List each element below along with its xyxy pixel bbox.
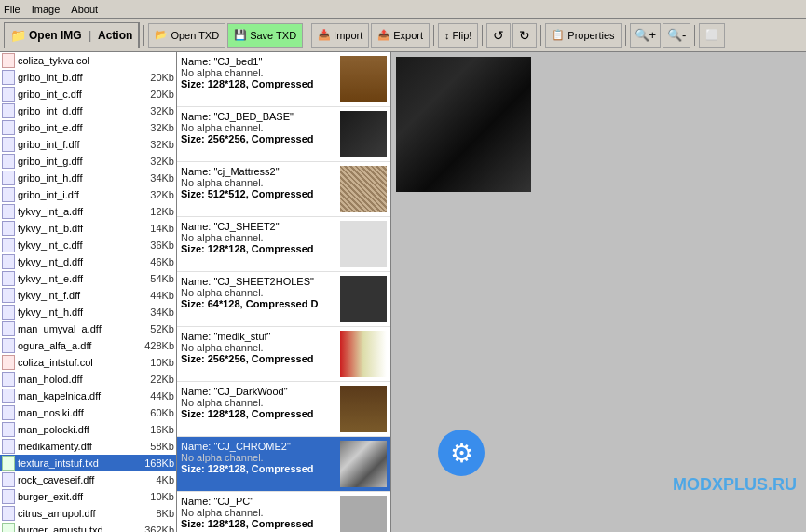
file-name: medikamenty.dff <box>18 441 146 452</box>
file-list: coliza_tykva.col gribo_int_b.dff 20Kb gr… <box>0 52 176 532</box>
flip-button[interactable]: ↕ Flip! <box>438 23 478 48</box>
texture-list-item[interactable]: Name: "medik_stuf" No alpha channel. Siz… <box>177 327 390 382</box>
file-type-icon <box>2 506 15 521</box>
file-list-item[interactable]: burger_amustu.txd 362Kb <box>0 522 176 532</box>
texture-name: Name: "CJ_BED_BASE" <box>181 111 336 122</box>
menu-about[interactable]: About <box>71 4 98 15</box>
file-list-item[interactable]: medikamenty.dff 58Kb <box>0 438 176 455</box>
texture-thumbnail <box>340 56 387 102</box>
file-type-icon <box>2 338 15 353</box>
texture-alpha: No alpha channel. <box>181 232 336 243</box>
file-list-item[interactable]: gribo_int_h.dff 34Kb <box>0 170 176 186</box>
texture-size: Size: 128*128, Compressed <box>181 518 336 529</box>
file-list-item[interactable]: man_nosiki.dff 60Kb <box>0 404 176 421</box>
file-name: citrus_amupol.dff <box>18 508 152 519</box>
texture-thumbnail <box>340 166 387 212</box>
texture-list-item[interactable]: Name: "CJ_SHEET2" No alpha channel. Size… <box>177 217 390 272</box>
open-img-action-button[interactable]: 📁 Open IMG | Action <box>4 22 140 48</box>
file-size: 362Kb <box>144 525 174 532</box>
texture-list-item[interactable]: Name: "CJ_SHEET2HOLES" No alpha channel.… <box>177 272 390 327</box>
save-txd-label: Save TXD <box>250 30 296 41</box>
file-list-item[interactable]: gribo_int_g.dff 32Kb <box>0 153 176 170</box>
toolbar-sep-2 <box>307 25 307 46</box>
file-name: gribo_int_f.dff <box>18 139 146 150</box>
file-list-item[interactable]: tykvy_int_c.dff 36Kb <box>0 237 176 253</box>
texture-alpha: No alpha channel. <box>181 452 336 463</box>
zoom-in-button[interactable]: 🔍+ <box>630 23 662 48</box>
file-list-item[interactable]: tykvy_int_b.dff 14Kb <box>0 220 176 237</box>
file-name: tykvy_int_h.dff <box>18 307 146 318</box>
file-list-item[interactable]: coliza_tykva.col <box>0 52 176 69</box>
zoom-out-button[interactable]: 🔍- <box>663 23 690 48</box>
import-label: Import <box>334 30 362 41</box>
file-type-icon <box>2 238 15 252</box>
file-list-item[interactable]: gribo_int_i.dff 32Kb <box>0 186 176 203</box>
menu-image[interactable]: Image <box>32 4 61 15</box>
rotate-right-button[interactable]: ↻ <box>512 23 537 48</box>
preview-image <box>396 57 531 192</box>
texture-alpha: No alpha channel. <box>181 122 336 133</box>
properties-icon: 📋 <box>552 29 565 41</box>
file-list-item[interactable]: man_holod.dff 22Kb <box>0 371 176 388</box>
file-list-item[interactable]: ogura_alfa_a.dff 428Kb <box>0 337 176 354</box>
file-list-item[interactable]: tykvy_int_f.dff 44Kb <box>0 287 176 304</box>
file-list-item[interactable]: gribo_int_b.dff 20Kb <box>0 69 176 86</box>
toolbar-sep-3 <box>433 25 434 46</box>
file-list-item[interactable]: gribo_int_e.dff 32Kb <box>0 119 176 136</box>
texture-name: Name: "CJ_bed1" <box>181 56 336 67</box>
texture-list-item[interactable]: Name: "CJ_bed1" No alpha channel. Size: … <box>177 52 390 107</box>
import-button[interactable]: 📥 Import <box>311 23 369 48</box>
file-list-item[interactable]: gribo_int_c.dff 20Kb <box>0 86 176 102</box>
menu-file[interactable]: File <box>4 4 20 15</box>
file-name: man_polocki.dff <box>18 424 146 435</box>
file-size: 20Kb <box>150 89 174 100</box>
file-list-item[interactable]: gribo_int_d.dff 32Kb <box>0 102 176 119</box>
properties-button[interactable]: 📋 Properties <box>545 23 621 48</box>
expand-button[interactable]: ⬜ <box>699 23 725 48</box>
file-list-item[interactable]: man_umyval_a.dff 52Kb <box>0 321 176 337</box>
open-txd-button[interactable]: 📂 Open TXD <box>148 23 225 48</box>
file-name: gribo_int_b.dff <box>18 72 146 83</box>
file-list-item[interactable]: rock_caveseif.dff 4Kb <box>0 471 176 488</box>
open-txd-icon: 📂 <box>155 29 168 41</box>
file-list-item[interactable]: textura_intstuf.txd 168Kb <box>0 455 176 471</box>
menu-bar: File Image About <box>0 0 806 19</box>
texture-list-item[interactable]: Name: "CJ_CHROME2" No alpha channel. Siz… <box>177 437 390 492</box>
texture-name: Name: "CJ_CHROME2" <box>181 441 336 452</box>
file-size: 4Kb <box>156 474 174 485</box>
file-list-item[interactable]: tykvy_int_d.dff 46Kb <box>0 253 176 270</box>
texture-name: Name: "CJ_PC" <box>181 496 336 507</box>
file-list-item[interactable]: gribo_int_f.dff 32Kb <box>0 136 176 153</box>
toolbar-sep-5 <box>540 25 541 46</box>
file-list-item[interactable]: man_polocki.dff 16Kb <box>0 421 176 438</box>
file-list-item[interactable]: citrus_amupol.dff 8Kb <box>0 505 176 522</box>
texture-size: Size: 128*128, Compressed <box>181 243 336 254</box>
file-list-item[interactable]: coliza_intstuf.col 10Kb <box>0 354 176 371</box>
file-list-item[interactable]: tykvy_int_a.dff 12Kb <box>0 203 176 220</box>
texture-size: Size: 128*128, Compressed <box>181 463 336 474</box>
file-type-icon <box>2 489 15 504</box>
texture-list-item[interactable]: Name: "CJ_DarkWood" No alpha channel. Si… <box>177 382 390 437</box>
texture-list-item[interactable]: Name: "CJ_PC" No alpha channel. Size: 12… <box>177 492 390 532</box>
texture-list-item[interactable]: Name: "cj_Mattress2" No alpha channel. S… <box>177 162 390 217</box>
toolbar-sep-6 <box>625 25 626 46</box>
texture-list-item[interactable]: Name: "CJ_BED_BASE" No alpha channel. Si… <box>177 107 390 162</box>
texture-info: Name: "CJ_bed1" No alpha channel. Size: … <box>181 56 336 89</box>
file-type-icon <box>2 103 15 118</box>
save-txd-button[interactable]: 💾 Save TXD <box>227 23 303 48</box>
file-list-item[interactable]: tykvy_int_h.dff 34Kb <box>0 304 176 321</box>
rotate-left-button[interactable]: ↺ <box>486 23 511 48</box>
flip-icon: ↕ <box>444 30 450 41</box>
file-size: 52Kb <box>150 323 174 334</box>
texture-thumbnail <box>340 386 387 432</box>
file-list-item[interactable]: man_kapelnica.dff 44Kb <box>0 388 176 404</box>
file-name: tykvy_int_e.dff <box>18 273 146 284</box>
file-size: 10Kb <box>150 357 174 368</box>
export-button[interactable]: 📤 Export <box>371 23 430 48</box>
file-name: gribo_int_g.dff <box>18 156 146 167</box>
file-list-item[interactable]: tykvy_int_e.dff 54Kb <box>0 270 176 287</box>
file-name: gribo_int_d.dff <box>18 105 146 116</box>
file-list-item[interactable]: burger_exit.dff 10Kb <box>0 488 176 505</box>
save-txd-icon: 💾 <box>234 29 247 41</box>
file-size: 32Kb <box>150 122 174 133</box>
